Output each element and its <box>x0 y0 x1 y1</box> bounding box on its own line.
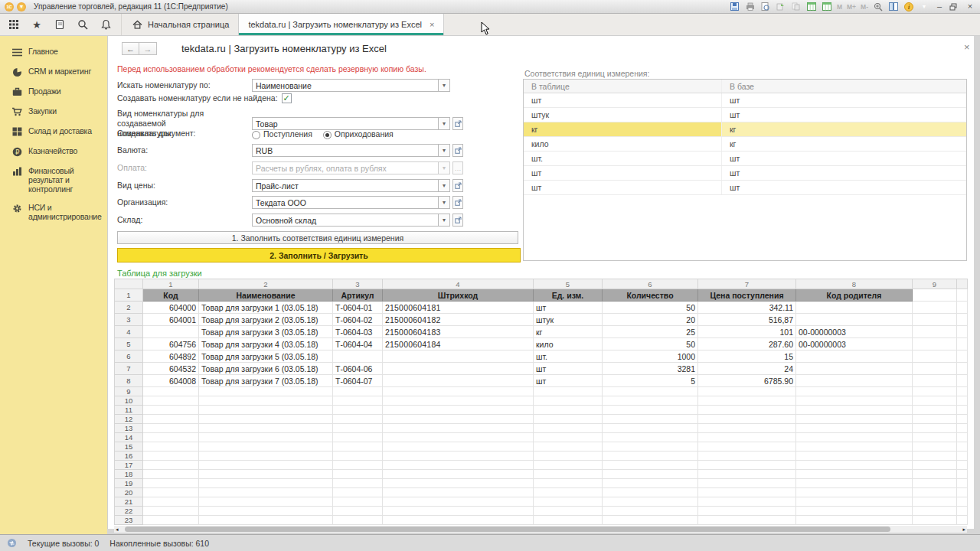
table-cell[interactable] <box>199 516 333 525</box>
table-cell[interactable] <box>796 314 913 326</box>
row-number[interactable]: 13 <box>115 424 143 433</box>
create-if-not-found-checkbox[interactable]: ✓ <box>282 93 292 103</box>
row-number[interactable]: 23 <box>115 516 143 525</box>
info-icon[interactable]: i <box>903 2 914 11</box>
table-cell[interactable] <box>534 387 603 396</box>
table-cell[interactable]: 604000 <box>143 302 199 314</box>
table-cell[interactable] <box>383 461 534 470</box>
table-cell[interactable] <box>333 452 383 461</box>
table-cell[interactable] <box>199 415 333 424</box>
radio-oprihodovaniya[interactable] <box>323 131 332 139</box>
sidebar-item[interactable]: ₽Казначейство <box>0 142 107 161</box>
row-number[interactable]: 9 <box>115 387 143 396</box>
table-cell[interactable] <box>534 507 603 516</box>
table-cell[interactable] <box>199 470 333 479</box>
table-cell[interactable] <box>796 497 913 507</box>
row-number[interactable]: 19 <box>115 479 143 488</box>
table-cell[interactable] <box>143 470 199 479</box>
table-cell[interactable] <box>383 406 534 415</box>
units-col-in-table[interactable]: В таблице <box>524 80 721 93</box>
table-cell[interactable]: шт <box>534 363 603 375</box>
table-cell[interactable] <box>143 326 199 338</box>
table-cell[interactable]: Товар для загрузки 4 (03.05.18) <box>199 338 333 350</box>
table-cell[interactable]: 604532 <box>143 363 199 375</box>
panels-icon[interactable] <box>888 2 899 11</box>
table-cell[interactable] <box>534 516 603 525</box>
table-cell[interactable] <box>603 396 698 406</box>
row-number[interactable]: 4 <box>115 326 143 338</box>
table-cell[interactable] <box>913 470 957 479</box>
sidebar-item[interactable]: НСИ и администрирование <box>0 198 107 226</box>
table-cell[interactable] <box>143 516 199 525</box>
table-cell[interactable] <box>199 507 333 516</box>
table-cell[interactable] <box>698 442 796 452</box>
warehouse-dropdown[interactable]: ▾ <box>439 214 450 227</box>
table-cell[interactable]: 215000604184 <box>383 338 534 350</box>
table-cell[interactable] <box>534 433 603 442</box>
main-menu-icon[interactable]: ▼ <box>17 2 26 11</box>
memory-m-minus-button[interactable]: M- <box>861 3 868 11</box>
table-cell[interactable] <box>603 442 698 452</box>
apps-grid-icon[interactable] <box>8 18 20 31</box>
table-cell[interactable]: 00-00000003 <box>796 338 913 350</box>
unit-in-base[interactable]: шт <box>721 181 966 194</box>
table-cell[interactable]: 50 <box>603 302 698 314</box>
table-cell[interactable] <box>333 497 383 507</box>
table-cell[interactable] <box>534 497 603 507</box>
table-cell[interactable]: кг <box>534 326 603 338</box>
table-cell[interactable]: Товар для загрузки 1 (03.05.18) <box>199 302 333 314</box>
corner-cell[interactable] <box>115 279 143 289</box>
table-cell[interactable] <box>333 461 383 470</box>
price-kind-input[interactable]: Прайс-лист <box>252 179 439 192</box>
column-number[interactable]: 6 <box>603 279 698 289</box>
table-cell[interactable] <box>143 461 199 470</box>
table-settings-icon[interactable] <box>822 2 832 11</box>
empty-cell[interactable] <box>913 326 957 338</box>
forward-button[interactable]: → <box>139 42 157 55</box>
table-cell[interactable]: 00-00000003 <box>796 326 913 338</box>
table-cell[interactable]: 604892 <box>143 350 199 363</box>
row-number[interactable]: 2 <box>115 302 143 314</box>
column-header[interactable]: Код родителя <box>796 289 913 302</box>
table-cell[interactable] <box>534 396 603 406</box>
sidebar-item[interactable]: CRM и маркетинг <box>0 62 107 82</box>
search-by-dropdown[interactable]: ▾ <box>439 79 450 92</box>
table-cell[interactable]: штук <box>534 314 603 326</box>
row-number[interactable]: 1 <box>115 289 143 302</box>
table-cell[interactable] <box>796 302 913 314</box>
table-cell[interactable] <box>143 488 199 497</box>
table-cell[interactable] <box>913 396 957 406</box>
table-cell[interactable]: Т-0604-06 <box>333 363 383 375</box>
table-cell[interactable] <box>383 424 534 433</box>
table-cell[interactable] <box>143 497 199 507</box>
table-cell[interactable] <box>796 415 913 424</box>
table-cell[interactable] <box>383 497 534 507</box>
radio-postupleniya-label[interactable]: Поступления <box>263 129 312 139</box>
table-cell[interactable]: Товар для загрузки 2 (03.05.18) <box>199 314 333 326</box>
empty-cell[interactable] <box>913 350 957 363</box>
favorites-star-icon[interactable]: ★ <box>31 18 43 31</box>
table-cell[interactable] <box>796 363 913 375</box>
copy-icon[interactable] <box>791 2 802 11</box>
table-cell[interactable] <box>143 433 199 442</box>
table-cell[interactable] <box>603 406 698 415</box>
currency-dropdown[interactable]: ▾ <box>439 144 450 157</box>
table-cell[interactable] <box>333 442 383 452</box>
row-number[interactable]: 12 <box>115 415 143 424</box>
table-cell[interactable]: Т-0604-07 <box>333 375 383 387</box>
table-cell[interactable] <box>199 406 333 415</box>
table-cell[interactable] <box>534 406 603 415</box>
table-cell[interactable]: 24 <box>698 363 796 375</box>
table-cell[interactable] <box>913 452 957 461</box>
scroll-left-icon[interactable]: ◂ <box>116 526 119 533</box>
table-cell[interactable]: 1000 <box>603 350 698 363</box>
unit-in-table[interactable]: штук <box>524 108 721 122</box>
table-cell[interactable] <box>796 488 913 497</box>
table-cell[interactable]: 604008 <box>143 375 199 387</box>
form-close-icon[interactable]: × <box>964 41 970 53</box>
sidebar-item[interactable]: Финансовый результат и контроллинг <box>0 161 107 198</box>
table-cell[interactable] <box>383 507 534 516</box>
table-cell[interactable] <box>199 488 333 497</box>
table-cell[interactable] <box>603 415 698 424</box>
row-number[interactable]: 8 <box>115 375 143 387</box>
